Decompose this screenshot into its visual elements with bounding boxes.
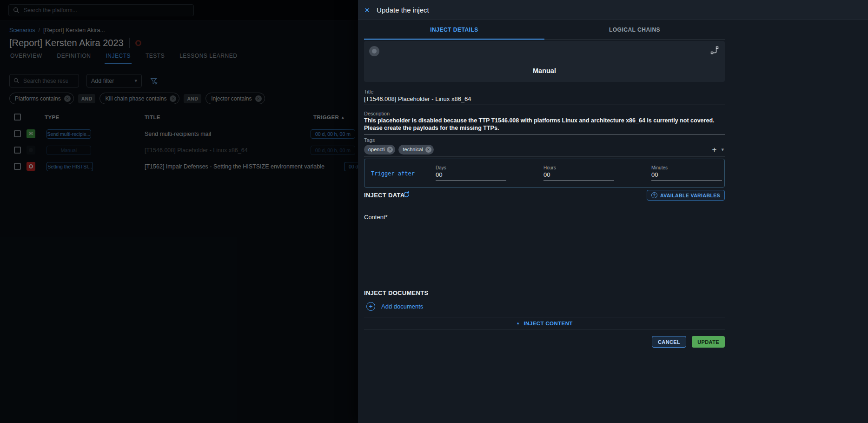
chevron-down-icon[interactable]: ▾ xyxy=(721,147,724,153)
inject-content-toggle-label: INJECT CONTENT xyxy=(524,321,573,326)
help-icon: ? xyxy=(651,192,657,198)
update-inject-drawer: × Update the inject INJECT DETAILS LOGIC… xyxy=(358,0,868,423)
injector-name: Manual xyxy=(364,67,725,74)
close-icon[interactable]: × xyxy=(364,6,370,14)
inject-content-toggle[interactable]: ▲ INJECT CONTENT xyxy=(364,317,725,329)
injector-avatar-icon xyxy=(369,46,379,56)
tags-field-label: Tags xyxy=(364,137,375,143)
tags-field[interactable]: opencti ✕ technical ✕ + ▾ xyxy=(364,143,725,156)
add-tag-icon[interactable]: + xyxy=(712,146,717,154)
tags-actions: + ▾ xyxy=(712,146,725,154)
tag-chip-opencti[interactable]: opencti ✕ xyxy=(364,145,395,154)
tag-label: opencti xyxy=(368,147,384,152)
drawer-title: Update the inject xyxy=(377,6,429,14)
drawer-tabs: INJECT DETAILS LOGICAL CHAINS xyxy=(364,20,725,40)
drawer-header: × Update the inject xyxy=(358,0,868,20)
minutes-label: Minutes xyxy=(651,165,668,170)
add-documents-icon[interactable]: + xyxy=(366,302,375,311)
days-label: Days xyxy=(436,165,446,170)
tab-inject-details[interactable]: INJECT DETAILS xyxy=(364,20,544,39)
divider xyxy=(364,285,725,285)
remove-tag-icon[interactable]: ✕ xyxy=(387,147,393,153)
remove-tag-icon[interactable]: ✕ xyxy=(425,147,431,153)
description-field[interactable]: This placeholder is disabled because the… xyxy=(364,117,725,134)
inject-data-section: INJECT DATA ? AVAILABLE VARIABLES xyxy=(364,190,725,201)
title-field[interactable]: [T1546.008] Placeholder - Linux x86_64 xyxy=(364,95,725,105)
days-input[interactable]: 00 xyxy=(436,171,506,181)
trigger-after-label: Trigger after xyxy=(371,170,415,177)
route-icon xyxy=(710,46,719,56)
drawer-actions: CANCEL UPDATE xyxy=(652,336,725,348)
available-variables-label: AVAILABLE VARIABLES xyxy=(660,193,720,198)
injector-card: Manual xyxy=(364,41,725,82)
add-documents-link[interactable]: Add documents xyxy=(381,303,423,310)
tab-logical-chains[interactable]: LOGICAL CHAINS xyxy=(544,20,725,39)
add-documents-row: + Add documents xyxy=(364,301,423,311)
title-field-label: Title xyxy=(364,89,373,94)
hours-label: Hours xyxy=(543,165,556,170)
cancel-button[interactable]: CANCEL xyxy=(652,336,686,348)
hours-input[interactable]: 00 xyxy=(543,171,614,181)
available-variables-button[interactable]: ? AVAILABLE VARIABLES xyxy=(647,190,725,201)
trigger-after-box: Trigger after Days 00 Hours 00 Minutes 0… xyxy=(364,159,725,188)
inject-data-heading: INJECT DATA xyxy=(364,192,404,199)
content-field-label: Content* xyxy=(364,214,388,221)
description-field-label: Description xyxy=(364,111,390,116)
drawer-content: INJECT DETAILS LOGICAL CHAINS Manual Tit… xyxy=(364,20,725,423)
refresh-icon[interactable] xyxy=(403,191,410,200)
tag-label: technical xyxy=(403,147,423,152)
update-button[interactable]: UPDATE xyxy=(692,336,725,348)
tag-chip-technical[interactable]: technical ✕ xyxy=(398,145,433,154)
chevron-up-icon: ▲ xyxy=(516,321,520,325)
minutes-input[interactable]: 00 xyxy=(651,171,722,181)
inject-documents-heading: INJECT DOCUMENTS xyxy=(364,289,428,296)
